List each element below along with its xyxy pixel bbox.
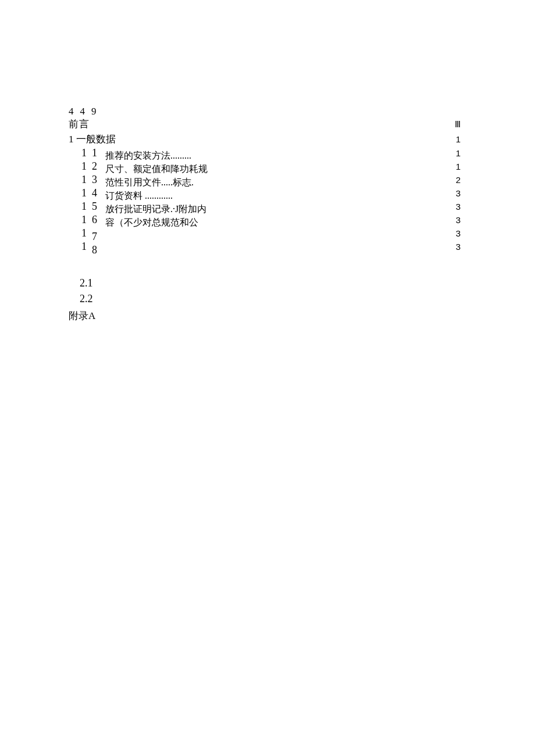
- toc-page-number: 3: [456, 187, 461, 200]
- toc-number-1-7: 1 7: [81, 227, 99, 240]
- section-1-page-number: 1: [456, 134, 461, 144]
- header-code: 449: [69, 106, 103, 117]
- preface-page-number: Ⅲ: [455, 119, 461, 130]
- toc-row-preface: 前言 Ⅲ: [69, 117, 461, 131]
- section-1-label: 1 一般数据: [69, 132, 116, 146]
- toc-page-number: 2: [456, 173, 461, 187]
- toc-desc-line: 订货资料 ............: [105, 189, 204, 202]
- toc-number-minor: 8: [92, 243, 99, 257]
- toc-number-1-3: 1 3: [81, 173, 99, 187]
- toc-page-number: 1: [456, 146, 461, 160]
- toc-row-section-1: 1 一般数据 1: [69, 132, 461, 146]
- toc-number-1-2: 1 2: [81, 160, 99, 173]
- toc-number-major: 1: [81, 146, 88, 160]
- toc-number-column: 1 1 1 2 1 3 1 4 1 5 1 6 1 7 1 8: [81, 146, 99, 253]
- toc-number-1-1: 1 1: [81, 146, 99, 160]
- toc-number-major: 1: [81, 187, 88, 200]
- toc-desc-line: 放行批证明记录.·J附加内: [105, 202, 204, 216]
- toc-number-2-1: 2.1: [80, 277, 93, 289]
- toc-number-major: 1: [81, 213, 88, 227]
- toc-page-number-column: 1 1 2 3 3 3 3 3: [456, 146, 461, 253]
- toc-number-minor: 5: [92, 200, 99, 213]
- preface-label: 前言: [69, 117, 90, 131]
- toc-page-number: 3: [456, 240, 461, 253]
- document-page: 449 前言 Ⅲ 1 一般数据 1 1 1 1 2 1 3 1 4 1 5 1: [0, 0, 535, 756]
- toc-number-1-4: 1 4: [81, 187, 99, 200]
- toc-number-major: 1: [81, 200, 88, 213]
- toc-number-minor: 7: [92, 230, 99, 243]
- toc-number-minor: 2: [92, 160, 99, 173]
- toc-page-number: 3: [456, 213, 461, 227]
- toc-number-minor: 1: [92, 146, 99, 160]
- toc-desc-line: 容（不少对总规范和公: [105, 216, 204, 229]
- toc-number-1-6: 1 6: [81, 213, 99, 227]
- toc-number-minor: 3: [92, 173, 99, 187]
- toc-desc-line: 范性引用文件.....标志.: [105, 175, 204, 189]
- toc-desc-line: 尺寸、额定值和降功耗规: [105, 162, 204, 175]
- toc-number-major: 1: [81, 160, 88, 173]
- toc-number-1-5: 1 5: [81, 200, 99, 213]
- toc-number-major: 1: [81, 240, 88, 253]
- toc-description-column: 推荐的安装方法......... 尺寸、额定值和降功耗规 范性引用文件.....…: [105, 149, 204, 229]
- toc-page-number: 3: [456, 200, 461, 213]
- toc-number-minor: 6: [92, 213, 99, 227]
- toc-number-2-2: 2.2: [80, 293, 93, 305]
- toc-appendix-a: 附录A: [69, 309, 95, 323]
- toc-number-minor: 4: [92, 187, 99, 200]
- toc-page-number: 1: [456, 160, 461, 173]
- toc-number-major: 1: [81, 227, 88, 240]
- toc-page-number: 3: [456, 227, 461, 240]
- toc-desc-line: 推荐的安装方法.........: [105, 149, 204, 162]
- toc-number-major: 1: [81, 173, 88, 187]
